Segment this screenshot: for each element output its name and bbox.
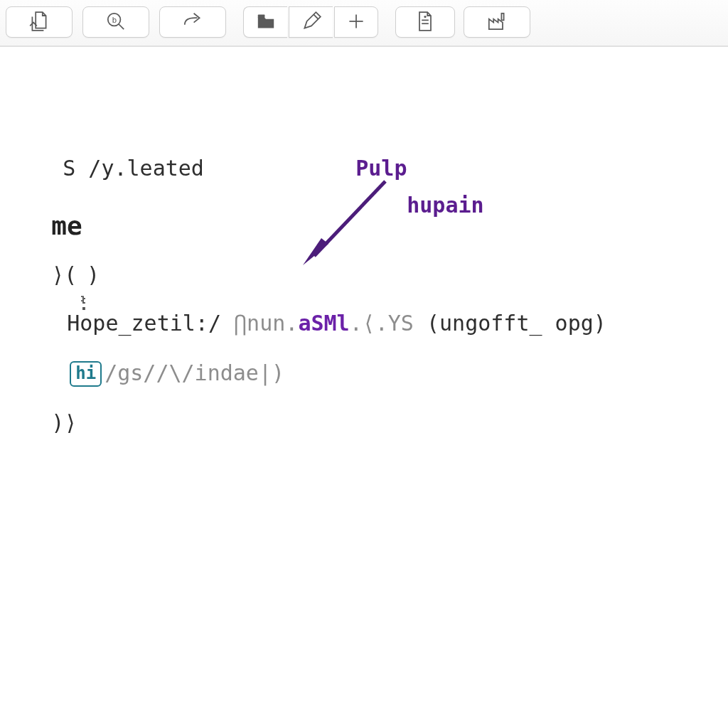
edit-button[interactable] (289, 6, 333, 38)
svg-point-8 (424, 16, 426, 18)
pencil-icon (300, 10, 323, 35)
plus-icon (345, 10, 368, 35)
code-line-6: )⟩ (0, 381, 77, 464)
forward-arrow-icon (181, 10, 204, 35)
annotation-label-2: hupain (355, 164, 484, 247)
script-file-icon (414, 10, 437, 35)
forward-button[interactable] (159, 6, 226, 38)
svg-line-1 (119, 24, 124, 29)
build-button[interactable] (464, 6, 530, 38)
svg-text:b: b (112, 15, 117, 24)
factory-icon (486, 10, 508, 35)
svg-marker-11 (303, 238, 328, 265)
add-button[interactable] (334, 6, 378, 38)
file-new-button[interactable] (6, 6, 73, 38)
code-editor[interactable]: S /y.leated me ⟩() Hope_zetil:/ ⋂nun.aSM… (0, 47, 728, 630)
code-keyword: aSMl (298, 311, 349, 336)
svg-rect-3 (257, 14, 264, 18)
folder-icon (255, 10, 277, 35)
toolbar: b (0, 0, 728, 47)
code-text-muted: .⟨.YS (350, 311, 414, 336)
file-new-icon (28, 10, 50, 35)
code-text: (ungofft_ opg) (414, 311, 606, 336)
zoom-button[interactable]: b (82, 6, 149, 38)
svg-rect-9 (501, 13, 503, 20)
script-button[interactable] (395, 6, 455, 38)
annotation-text: hupain (407, 193, 483, 218)
folder-button[interactable] (243, 6, 287, 38)
code-text: )⟩ (51, 410, 77, 435)
code-text-muted: /gs//\/indae|) (105, 360, 284, 385)
zoom-icon: b (105, 10, 127, 35)
badge-label: hi (75, 363, 96, 385)
code-text: S /y.leated (63, 156, 204, 181)
